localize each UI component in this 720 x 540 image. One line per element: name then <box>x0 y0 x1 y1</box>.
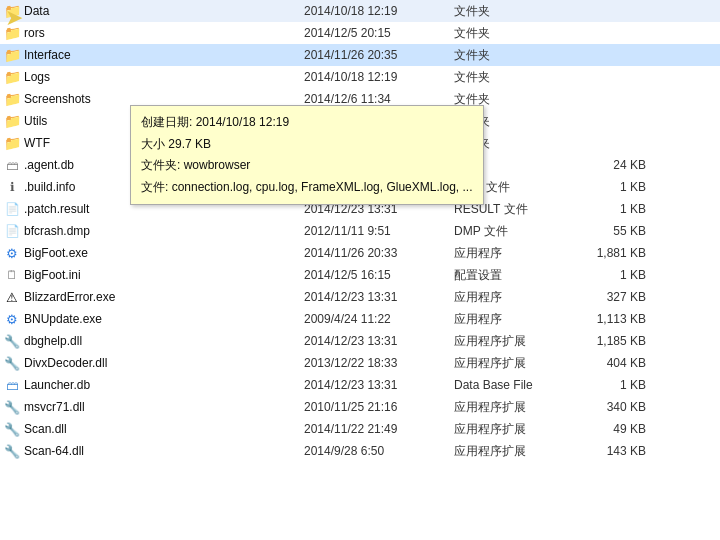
file-size: 404 KB <box>574 356 654 370</box>
file-type: 文件夹 <box>454 91 574 108</box>
file-name-col: 📄bfcrash.dmp <box>4 223 304 239</box>
file-name-col: ⚠BlizzardError.exe <box>4 289 304 305</box>
file-row[interactable]: 📄bfcrash.dmp2012/11/11 9:51DMP 文件55 KB <box>0 220 720 242</box>
file-date: 2014/12/23 13:31 <box>304 378 454 392</box>
file-type: 文件夹 <box>454 47 574 64</box>
file-type: 文件夹 <box>454 69 574 86</box>
file-name-text: Launcher.db <box>24 378 90 392</box>
file-name-text: Logs <box>24 70 50 84</box>
file-row[interactable]: 🔧dbghelp.dll2014/12/23 13:31应用程序扩展1,185 … <box>0 330 720 352</box>
file-type: RESULT 文件 <box>454 201 574 218</box>
file-date: 2014/12/23 13:31 <box>304 180 454 194</box>
file-size: 340 KB <box>574 400 654 414</box>
file-name-text: Data <box>24 4 49 18</box>
file-icon: 📄 <box>4 201 20 217</box>
file-date: 2014/11/22 21:49 <box>304 422 454 436</box>
file-size: 143 KB <box>574 444 654 458</box>
file-list: ➤ 📁Data2014/10/18 12:19文件夹📁rors2014/12/5… <box>0 0 720 540</box>
file-date: 2014/12/23 13:31 <box>304 334 454 348</box>
file-row[interactable]: 🗃.agent.db24 KB <box>0 154 720 176</box>
arrow-indicator: ➤ <box>5 5 23 31</box>
file-row[interactable]: 🗒BigFoot.ini2014/12/5 16:15配置设置1 KB <box>0 264 720 286</box>
file-date: 2014/12/5 16:15 <box>304 268 454 282</box>
file-name-text: bfcrash.dmp <box>24 224 90 238</box>
file-name-text: BlizzardError.exe <box>24 290 115 304</box>
file-row[interactable]: ⚙BigFoot.exe2014/11/26 20:33应用程序1,881 KB <box>0 242 720 264</box>
file-icon: ⚠ <box>4 289 20 305</box>
file-size: 1 KB <box>574 268 654 282</box>
file-name-col: 🔧msvcr71.dll <box>4 399 304 415</box>
file-icon: 📁 <box>4 47 20 63</box>
file-name-text: msvcr71.dll <box>24 400 85 414</box>
file-date: 2012/11/11 9:51 <box>304 224 454 238</box>
file-name-text: Interface <box>24 48 71 62</box>
file-icon: ℹ <box>4 179 20 195</box>
file-name-text: DivxDecoder.dll <box>24 356 107 370</box>
file-icon: 🔧 <box>4 333 20 349</box>
file-name-text: rors <box>24 26 45 40</box>
file-name-text: .patch.result <box>24 202 89 216</box>
file-name-text: dbghelp.dll <box>24 334 82 348</box>
file-row[interactable]: 🔧Scan-64.dll2014/9/28 6:50应用程序扩展143 KB <box>0 440 720 462</box>
file-date: 2009/4/24 11:22 <box>304 312 454 326</box>
file-name-col: 🔧dbghelp.dll <box>4 333 304 349</box>
file-size: 1,113 KB <box>574 312 654 326</box>
file-name-text: Screenshots <box>24 92 91 106</box>
file-row[interactable]: 📁WTF文件夹 <box>0 132 720 154</box>
file-name-text: .build.info <box>24 180 75 194</box>
file-name-col: 📁WTF <box>4 135 304 151</box>
file-row[interactable]: ⚠BlizzardError.exe2014/12/23 13:31应用程序32… <box>0 286 720 308</box>
file-date: 2014/12/5 20:15 <box>304 26 454 40</box>
file-name-text: BNUpdate.exe <box>24 312 102 326</box>
file-name-col: ℹ.build.info <box>4 179 304 195</box>
file-row[interactable]: 📁Screenshots2014/12/6 11:34文件夹 <box>0 88 720 110</box>
file-date: 2014/10/18 12:19 <box>304 4 454 18</box>
file-date: 2010/11/25 21:16 <box>304 400 454 414</box>
file-name-text: BigFoot.exe <box>24 246 88 260</box>
file-icon: 🔧 <box>4 421 20 437</box>
file-icon: 🔧 <box>4 399 20 415</box>
file-type: 文件夹 <box>454 113 574 130</box>
file-size: 1 KB <box>574 378 654 392</box>
file-row[interactable]: 📁rors2014/12/5 20:15文件夹 <box>0 22 720 44</box>
file-type: 应用程序扩展 <box>454 421 574 438</box>
file-icon: 📁 <box>4 91 20 107</box>
file-icon: ⚙ <box>4 245 20 261</box>
file-row[interactable]: 📁Logs2014/10/18 12:19文件夹 <box>0 66 720 88</box>
file-row[interactable]: 📁Data2014/10/18 12:19文件夹 <box>0 0 720 22</box>
file-type: 应用程序扩展 <box>454 399 574 416</box>
file-row[interactable]: 📄.patch.result2014/12/23 13:31RESULT 文件1… <box>0 198 720 220</box>
file-row[interactable]: 🔧Scan.dll2014/11/22 21:49应用程序扩展49 KB <box>0 418 720 440</box>
file-date: 2013/12/22 18:33 <box>304 356 454 370</box>
file-icon: 🗃 <box>4 157 20 173</box>
file-size: 49 KB <box>574 422 654 436</box>
file-type: 应用程序 <box>454 311 574 328</box>
file-name-col: 🗃Launcher.db <box>4 377 304 393</box>
file-row[interactable]: ℹ.build.info2014/12/23 13:31INFO 文件1 KB <box>0 176 720 198</box>
file-icon: 📁 <box>4 113 20 129</box>
file-type: 文件夹 <box>454 25 574 42</box>
file-date: 2014/12/23 13:31 <box>304 202 454 216</box>
file-row[interactable]: 🗃Launcher.db2014/12/23 13:31Data Base Fi… <box>0 374 720 396</box>
file-size: 1 KB <box>574 202 654 216</box>
file-name-col: 📁Logs <box>4 69 304 85</box>
file-row[interactable]: 🔧DivxDecoder.dll2013/12/22 18:33应用程序扩展40… <box>0 352 720 374</box>
file-icon: 🔧 <box>4 355 20 371</box>
file-name-col: 📄.patch.result <box>4 201 304 217</box>
file-date: 2014/12/6 11:34 <box>304 92 454 106</box>
file-row[interactable]: ⚙BNUpdate.exe2009/4/24 11:22应用程序1,113 KB <box>0 308 720 330</box>
file-name-col: ⚙BigFoot.exe <box>4 245 304 261</box>
file-row[interactable]: 📁Utils文件夹 <box>0 110 720 132</box>
file-name-col: 🗒BigFoot.ini <box>4 267 304 283</box>
file-row[interactable]: 📁Interface2014/11/26 20:35文件夹 <box>0 44 720 66</box>
file-type: 应用程序扩展 <box>454 443 574 460</box>
file-type: INFO 文件 <box>454 179 574 196</box>
file-name-col: ⚙BNUpdate.exe <box>4 311 304 327</box>
file-date: 2014/11/26 20:35 <box>304 48 454 62</box>
file-size: 1,185 KB <box>574 334 654 348</box>
file-icon: ⚙ <box>4 311 20 327</box>
file-row[interactable]: 🔧msvcr71.dll2010/11/25 21:16应用程序扩展340 KB <box>0 396 720 418</box>
file-name-text: WTF <box>24 136 50 150</box>
file-name-col: 🔧DivxDecoder.dll <box>4 355 304 371</box>
file-name-text: Scan.dll <box>24 422 67 436</box>
